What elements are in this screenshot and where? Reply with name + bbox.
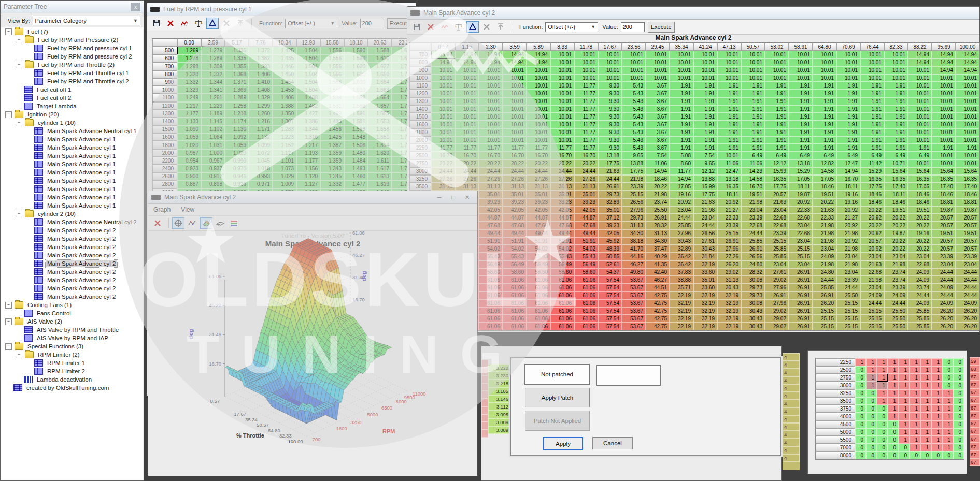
cell[interactable]: 0 bbox=[888, 436, 899, 444]
row-header[interactable]: 2750 bbox=[409, 159, 431, 167]
cell[interactable]: 24.09 bbox=[932, 284, 956, 291]
cell[interactable]: 0 bbox=[866, 405, 877, 413]
cell[interactable]: 1.91 bbox=[670, 144, 693, 152]
cell[interactable]: 18.46 bbox=[908, 191, 932, 198]
cell[interactable]: 23.04 bbox=[789, 237, 813, 245]
cell[interactable]: 10.01 bbox=[431, 113, 455, 121]
cell[interactable]: 25.50 bbox=[884, 323, 908, 330]
cell[interactable]: 1 bbox=[920, 428, 931, 436]
cell[interactable]: 24.09 bbox=[884, 291, 908, 299]
cell[interactable]: 0.971 bbox=[249, 180, 273, 188]
cell[interactable]: 1.610 bbox=[344, 86, 368, 94]
cell[interactable]: 20.92 bbox=[670, 198, 693, 206]
cell[interactable]: 1 bbox=[931, 436, 942, 444]
cell[interactable]: 9.30 bbox=[598, 144, 622, 152]
cell[interactable]: 61.06 bbox=[503, 276, 527, 284]
apply-button[interactable]: Apply bbox=[543, 437, 583, 450]
cell[interactable]: 61.06 bbox=[503, 284, 527, 291]
cell[interactable]: 1.91 bbox=[836, 121, 860, 128]
tree-item[interactable]: Main Spark Advance cyl 2 bbox=[1, 276, 143, 284]
tree-item[interactable]: Target Lambda bbox=[1, 102, 143, 110]
cell[interactable]: 32.19 bbox=[717, 291, 741, 299]
cell[interactable]: 1.408 bbox=[249, 86, 273, 94]
cell[interactable]: 10.01 bbox=[479, 82, 503, 90]
cell[interactable]: 0 bbox=[877, 428, 888, 436]
cell[interactable]: 32.19 bbox=[670, 291, 693, 299]
row-header[interactable]: 1000 bbox=[152, 86, 177, 94]
cell[interactable]: 61.06 bbox=[503, 315, 527, 323]
cell[interactable]: 10.01 bbox=[550, 74, 574, 82]
cell[interactable]: 0 bbox=[942, 358, 953, 366]
cell[interactable]: 61.06 bbox=[503, 323, 527, 330]
cell[interactable]: 47.68 bbox=[550, 222, 574, 229]
cell[interactable]: 1.073 bbox=[273, 165, 296, 172]
cell[interactable]: 21.27 bbox=[717, 206, 741, 214]
cell[interactable]: 0 bbox=[855, 397, 866, 405]
cell[interactable]: 24.09 bbox=[956, 299, 979, 307]
cell[interactable]: 1.91 bbox=[765, 136, 789, 144]
cell[interactable]: 1 bbox=[942, 405, 953, 413]
cell[interactable]: 11.77 bbox=[574, 97, 598, 105]
cell[interactable]: 49.44 bbox=[479, 229, 503, 237]
cell[interactable]: 9.30 bbox=[598, 128, 622, 136]
cell[interactable]: 10.01 bbox=[455, 74, 479, 82]
cell[interactable]: 0.970 bbox=[225, 165, 249, 172]
cell[interactable]: 1.91 bbox=[860, 121, 884, 128]
cell[interactable]: 10.01 bbox=[503, 74, 527, 82]
tree-item[interactable]: Lambda deactivation bbox=[1, 375, 143, 384]
tree-item[interactable]: Main Spark Advance cyl 1 bbox=[1, 193, 143, 201]
cell[interactable]: 1.653 bbox=[368, 118, 392, 125]
tree-item[interactable]: Main Spark Advance cyl 2 bbox=[1, 268, 143, 276]
cell[interactable]: 30.43 bbox=[717, 284, 741, 291]
cell[interactable]: 23.39 bbox=[836, 276, 860, 284]
cell[interactable]: 1.072 bbox=[249, 149, 273, 157]
cell[interactable]: 54.02 bbox=[527, 245, 550, 253]
cell[interactable]: 61.06 bbox=[574, 284, 598, 291]
cell[interactable]: 1.91 bbox=[813, 128, 836, 136]
cell[interactable]: 3.67 bbox=[646, 90, 670, 97]
cell[interactable]: 16.70 bbox=[836, 175, 860, 183]
cell[interactable]: 42.75 bbox=[646, 307, 670, 315]
cell[interactable]: 10.01 bbox=[550, 136, 574, 144]
cell[interactable]: 10.01 bbox=[455, 128, 479, 136]
tree-item[interactable]: −cylinder 2 (10) bbox=[1, 210, 143, 218]
tree-item[interactable]: Main Spark Advance cyl 1 bbox=[1, 185, 143, 193]
cell[interactable]: 1 bbox=[920, 358, 931, 366]
cell[interactable]: 51.91 bbox=[574, 237, 598, 245]
cell[interactable]: 1.386 bbox=[296, 118, 320, 125]
cell[interactable]: 18.11 bbox=[717, 191, 741, 198]
cell[interactable]: 24.09 bbox=[908, 299, 932, 307]
cell[interactable]: 23.39 bbox=[622, 183, 646, 191]
function-dropdown[interactable]: Offset (+/-)▼ bbox=[285, 19, 337, 28]
cell[interactable]: 28.32 bbox=[741, 268, 765, 276]
cell[interactable]: 10.01 bbox=[836, 66, 860, 74]
cell[interactable]: 14.94 bbox=[932, 59, 956, 66]
cell[interactable]: 44.87 bbox=[503, 214, 527, 222]
cell[interactable]: 10.01 bbox=[646, 66, 670, 74]
cell[interactable]: 10.01 bbox=[503, 113, 527, 121]
cancel-button[interactable]: Cancel bbox=[592, 437, 633, 449]
cell[interactable]: 10.01 bbox=[527, 128, 550, 136]
cell[interactable]: 1 bbox=[899, 436, 910, 444]
cell[interactable]: 1 bbox=[931, 366, 942, 374]
cell[interactable]: 3.67 bbox=[646, 121, 670, 128]
cell[interactable]: 29.02 bbox=[765, 323, 789, 330]
cell[interactable]: 1.91 bbox=[836, 128, 860, 136]
cell[interactable]: 29.02 bbox=[765, 315, 789, 323]
cell[interactable]: 20.22 bbox=[646, 183, 670, 191]
cell[interactable]: 55.43 bbox=[550, 253, 574, 260]
cell[interactable]: 10.01 bbox=[646, 51, 670, 59]
cell[interactable]: 20.92 bbox=[789, 198, 813, 206]
cell[interactable]: 61.06 bbox=[550, 299, 574, 307]
cell[interactable]: 61.06 bbox=[479, 315, 503, 323]
cell[interactable]: 32.19 bbox=[670, 315, 693, 323]
cell[interactable]: 1 bbox=[877, 382, 888, 389]
cell[interactable]: 26.91 bbox=[789, 315, 813, 323]
cell[interactable]: 57.54 bbox=[598, 291, 622, 299]
cell[interactable]: 16.70 bbox=[550, 152, 574, 159]
cell[interactable]: 16.70 bbox=[503, 152, 527, 159]
cell[interactable]: 1 bbox=[942, 428, 953, 436]
cell[interactable]: 10.01 bbox=[956, 90, 979, 97]
cell[interactable]: 1.090 bbox=[177, 125, 201, 133]
cell[interactable]: 1.009 bbox=[273, 180, 296, 188]
